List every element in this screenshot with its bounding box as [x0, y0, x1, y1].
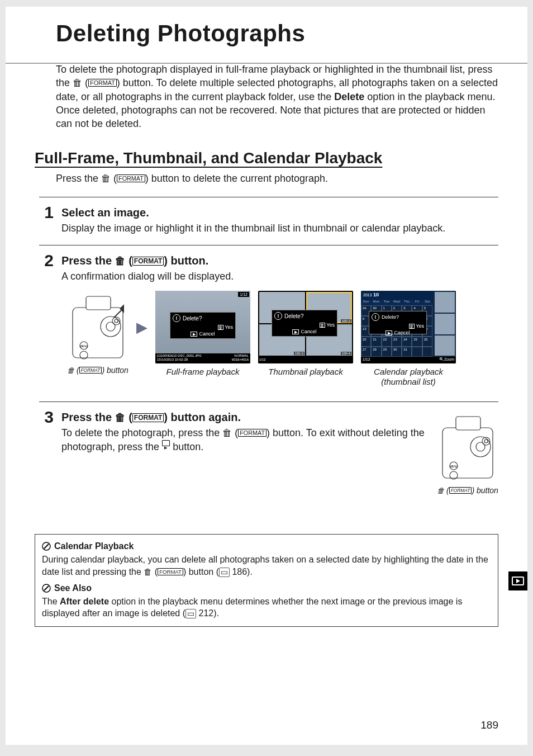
format-badge: FORMAT	[117, 174, 145, 182]
step-number: 1	[39, 204, 54, 235]
note-cal-a: During calendar playback, you can delete…	[42, 555, 488, 577]
s3-text-c: button.	[170, 441, 203, 452]
note-cal-c: ).	[247, 567, 253, 577]
note-see-c: ).	[213, 608, 219, 618]
step-body: Press the 🗑 (FORMAT) button again. To de…	[61, 409, 498, 495]
subintro-a: Press the	[56, 173, 101, 184]
cal-days: Sun Mon Tue Wed Thu Fri Sat	[361, 300, 432, 305]
after-delete-word: After delete	[60, 597, 109, 606]
cal-footer-right: 🔍Zoom	[439, 357, 454, 363]
caption-button: button	[474, 486, 498, 495]
page: Deleting Photographs To delete the photo…	[6, 7, 527, 745]
step2-head-b: button.	[168, 254, 208, 267]
svg-rect-12	[456, 417, 480, 430]
yes-label: Yes	[225, 324, 233, 330]
content: Deleting Photographs To delete the photo…	[35, 20, 498, 627]
arrow-icon: ▶	[136, 319, 147, 336]
step-number: 2	[39, 252, 54, 387]
page-outer: Deleting Photographs To delete the photo…	[0, 0, 533, 750]
footer-r1: NORMAL	[234, 354, 249, 358]
camera-caption: 🗑 (FORMAT) button	[67, 366, 129, 375]
screen-footer: [1]100ND610 DSC_0001.JPG NORMAL 15/10/20…	[155, 353, 250, 363]
s3-text-a: To delete the photograph, press the	[61, 427, 222, 438]
trash-icon: 🗑	[409, 324, 415, 329]
step-body: Press the 🗑 (FORMAT) button. A confirmat…	[61, 252, 498, 387]
step3-diagram-col: MENU 🗑 (FORMAT) button	[437, 411, 498, 495]
dialog-title: Delete?	[284, 313, 303, 319]
dialog-yes: 🗑 Yes	[218, 324, 233, 330]
svg-text:MENU: MENU	[80, 344, 88, 348]
trash-icon: 🗑	[218, 325, 223, 330]
trash-icon: 🗑	[144, 567, 152, 577]
svg-rect-1	[86, 296, 111, 310]
dialog-actions-2: ▶ Cancel	[369, 329, 426, 336]
counter-badge: 1/12	[238, 292, 249, 297]
svg-rect-0	[73, 308, 123, 358]
svg-line-23	[44, 586, 49, 590]
cal-day: Mon	[371, 300, 381, 305]
step-heading: Select an image.	[61, 206, 498, 219]
cal-day: Thu	[402, 300, 412, 305]
camera-caption: 🗑 (FORMAT) button	[437, 486, 498, 495]
page-number: 189	[480, 719, 498, 731]
step3-row: Press the 🗑 (FORMAT) button again. To de…	[61, 411, 498, 495]
note-see-ref: 212	[199, 608, 214, 618]
thumb-tag: 100-2	[341, 319, 351, 323]
separator	[39, 401, 498, 402]
warn-icon: !	[372, 313, 379, 321]
calendar-caption-l1: Calendar playback	[374, 367, 443, 376]
step-1: 1 Select an image. Display the image or …	[39, 204, 498, 235]
section-subintro: Press the 🗑 (FORMAT) button to delete th…	[56, 172, 498, 185]
subintro-b: button to delete the current photograph.	[149, 173, 328, 184]
camera-diagram: MENU	[437, 411, 498, 484]
section-title: Full-Frame, Thumbnail, and Calendar Play…	[35, 149, 498, 167]
note-calendar-head: Calendar Playback	[42, 540, 491, 552]
separator	[39, 245, 498, 245]
warn-icon: !	[173, 314, 180, 322]
pencil-icon	[42, 584, 51, 593]
arrow-col: ▶	[136, 291, 147, 363]
step-heading: Press the 🗑 (FORMAT) button.	[61, 254, 498, 267]
step-text: A confirmation dialog will be displayed.	[61, 270, 498, 283]
step-2: 2 Press the 🗑 (FORMAT) button. A confirm…	[39, 252, 498, 387]
fullframe-caption: Full-frame playback	[166, 367, 240, 377]
calendar-screen: 2013 10 15/10/2013 Sun Mon Tue Wed Thu F…	[361, 291, 456, 363]
thumb-tag: 100-3	[294, 352, 304, 355]
caption-button: button	[104, 366, 129, 375]
dialog-inner: ! Delete?	[170, 313, 235, 323]
calendar-col: 2013 10 15/10/2013 Sun Mon Tue Wed Thu F…	[361, 291, 456, 387]
dialog-title: Delete?	[183, 315, 202, 322]
thumbnail-screen: 100-1 100-2 100-3 100-4 ! Delete?	[258, 291, 353, 363]
book-icon: ▭	[185, 609, 196, 618]
trash-icon: 🗑	[67, 366, 74, 375]
warn-icon: !	[274, 312, 282, 320]
trash-icon: 🗑	[437, 486, 444, 495]
format-badge: FORMAT	[449, 487, 472, 494]
dialog-yes: 🗑 Yes	[320, 322, 335, 328]
book-icon: ▭	[219, 568, 230, 577]
fullframe-screen: 1/12 ! Delete? 🗑 Yes ▶ Canc	[155, 291, 250, 363]
dialog-actions: 🗑 Yes	[170, 323, 235, 330]
pencil-icon	[42, 542, 51, 551]
note-seealso-text: The After delete option in the playback …	[42, 596, 491, 620]
trash-icon: 🗑	[101, 173, 111, 184]
dialog-actions-2: ▶ Cancel	[170, 330, 235, 337]
cal-year-month: 2013 10	[363, 292, 379, 299]
svg-text:MENU: MENU	[450, 465, 458, 468]
dialog-actions: 🗑 Yes	[272, 321, 337, 328]
note-cal-title: Calendar Playback	[54, 540, 134, 552]
delete-dialog: ! Delete? 🗑 Yes ▶ Cancel	[369, 311, 427, 334]
note-see-title: See Also	[54, 582, 92, 594]
play-icon: ▶	[386, 330, 392, 336]
title-rule	[6, 63, 527, 64]
format-badge: FORMAT	[88, 79, 117, 87]
footer-r2: 6016×4016	[232, 358, 249, 362]
note-see-a: The	[42, 597, 60, 606]
cal-day: Sun	[361, 300, 371, 305]
footer-l1: [1]100ND610 DSC_0001.JPG	[157, 354, 202, 358]
dialog-inner: ! Delete?	[272, 310, 337, 321]
trash-icon: 🗑	[115, 412, 126, 423]
dialog-cancel: ▶ Cancel	[191, 331, 215, 337]
format-badge: FORMAT	[132, 413, 164, 422]
step-3: 3 Press the 🗑 (FORMAT) button again. To …	[39, 409, 498, 495]
